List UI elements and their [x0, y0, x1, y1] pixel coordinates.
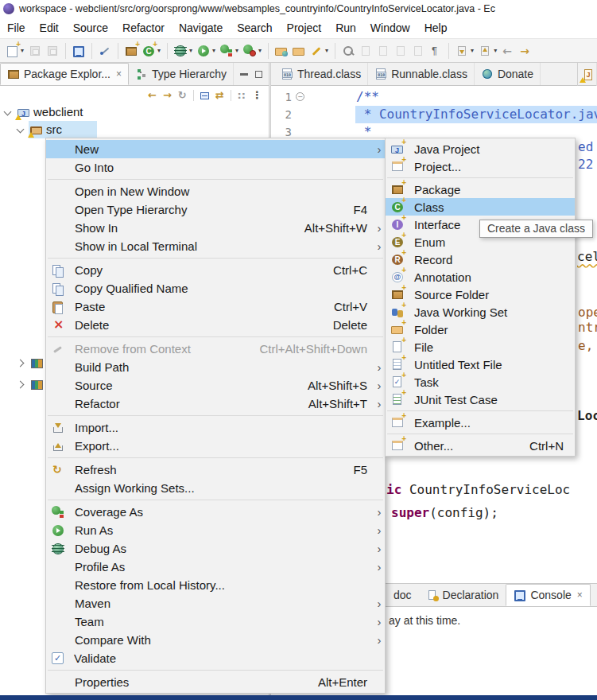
tab-partial-java-file[interactable]	[577, 63, 597, 86]
tab-thread-class[interactable]: Thread.class	[274, 63, 368, 85]
menu-item-label: Profile As	[75, 560, 125, 574]
menu-item-debug-as[interactable]: Debug As›	[46, 539, 385, 558]
forward-icon: →	[163, 89, 172, 102]
tree-item-webclient[interactable]: webclient	[0, 103, 269, 121]
menu-item-refactor[interactable]: RefactorAlt+Shift+T›	[46, 395, 385, 413]
menu-item-show-in-local-terminal[interactable]: Show in Local Terminal›	[46, 237, 385, 255]
collapse-all-button[interactable]	[200, 92, 209, 99]
menu-item-package[interactable]: Package	[386, 181, 575, 198]
menu-separator	[48, 670, 383, 671]
menu-item-project[interactable]: Project...	[386, 158, 575, 175]
tab-runnable-class[interactable]: Runnable.class	[368, 63, 475, 85]
menu-item-build-path[interactable]: Build Path›	[46, 358, 385, 376]
menu-item-run-as[interactable]: Run As›	[46, 521, 385, 539]
declaration-icon	[426, 589, 439, 601]
menu-shortcut: Ctrl+C	[333, 263, 367, 277]
menu-item-folder[interactable]: Folder	[386, 321, 575, 338]
menu-item-copy[interactable]: CopyCtrl+C	[46, 261, 385, 279]
menu-item-coverage-as[interactable]: Coverage As›	[46, 503, 385, 521]
chevron-right-icon[interactable]	[17, 360, 25, 368]
untitled-text-file-icon	[391, 358, 404, 371]
back-button[interactable]: ←	[148, 89, 157, 102]
tab-declaration[interactable]: Declaration	[419, 584, 506, 606]
code-fragment: super(config);	[391, 505, 498, 521]
tree-item-src[interactable]: src	[0, 121, 269, 138]
menu-item-new[interactable]: New›	[46, 140, 385, 158]
code-fragment: Loc	[577, 408, 597, 424]
menu-item-class[interactable]: Class	[386, 198, 575, 216]
tab-console[interactable]: Console×	[506, 584, 590, 606]
menu-item-other[interactable]: Other...Ctrl+N	[386, 437, 575, 454]
no-icon	[52, 361, 64, 374]
menu-item-team[interactable]: Team›	[46, 612, 385, 631]
maximize-icon[interactable]	[255, 71, 262, 78]
menu-item-example[interactable]: Example...	[386, 414, 575, 431]
menu-item-file[interactable]: File	[386, 338, 575, 356]
fold-collapse-icon[interactable]: −	[296, 92, 304, 101]
tab-package-explor[interactable]: Package Explor...×	[0, 63, 129, 85]
menu-item-open-type-hierarchy[interactable]: Open Type HierarchyF4	[46, 200, 385, 219]
chevron-down-icon[interactable]	[17, 126, 25, 134]
chevron-right-icon[interactable]	[17, 381, 25, 389]
focus-button[interactable]: ::	[238, 89, 246, 102]
menu-item-restore-from-local-history[interactable]: Restore from Local History...	[46, 576, 385, 594]
new-submenu: Java ProjectProject...PackageClassInterf…	[385, 138, 576, 457]
menu-item-properties[interactable]: PropertiesAlt+Enter	[46, 673, 385, 691]
menu-item-copy-qualified-name[interactable]: Copy Qualified Name	[46, 279, 385, 298]
menu-item-assign-working-sets[interactable]: Assign Working Sets...	[46, 479, 385, 497]
code-token: CountryInfoServiceLoc	[409, 482, 570, 497]
menu-item-validate[interactable]: ✓Validate	[46, 649, 385, 667]
record-icon	[391, 253, 404, 266]
menu-item-go-into[interactable]: Go Into	[46, 158, 385, 177]
refresh-button[interactable]: ↻	[178, 89, 187, 102]
menu-item-remove-from-context[interactable]: Remove from ContextCtrl+Alt+Shift+Down	[46, 340, 385, 358]
close-icon[interactable]: ×	[116, 68, 122, 80]
code-token: Loc	[577, 408, 597, 423]
close-icon[interactable]: ×	[577, 589, 583, 601]
menu-item-java-working-set[interactable]: Java Working Set	[386, 303, 575, 321]
menu-item-label: Interface	[414, 218, 460, 231]
menu-item-label: Class	[414, 200, 444, 214]
menu-item-profile-as[interactable]: Profile As›	[46, 558, 385, 576]
menu-item-paste[interactable]: PasteCtrl+V	[46, 298, 385, 316]
menu-item-annotation[interactable]: Annotation	[386, 268, 575, 286]
view-menu-button[interactable]: ⋮	[252, 89, 262, 102]
menu-separator	[387, 434, 573, 434]
menu-item-delete[interactable]: DeleteDelete	[46, 316, 385, 334]
menu-item-label: Other...	[414, 439, 453, 453]
tab-doc[interactable]: doc	[386, 584, 419, 606]
menu-shortcut: Alt+Shift+S	[308, 379, 367, 392]
menu-item-source-folder[interactable]: Source Folder	[386, 286, 575, 303]
menu-item-label: Coverage As	[75, 505, 143, 519]
menu-item-junit-test-case[interactable]: JUnit Test Case	[386, 391, 575, 408]
menu-item-compare-with[interactable]: Compare With›	[46, 631, 385, 649]
project-icon	[391, 160, 404, 173]
menu-shortcut: Ctrl+N	[529, 439, 564, 453]
code-token: * CountryInfoServiceLocator.java	[356, 107, 597, 122]
java-working-set-icon	[391, 305, 404, 318]
tab-type-hierarchy[interactable]: Type Hierarchy	[129, 63, 234, 85]
menu-item-record[interactable]: Record	[386, 251, 575, 268]
tab-donate[interactable]: Donate	[475, 63, 541, 85]
source-folder-icon	[30, 123, 43, 136]
menu-item-show-in[interactable]: Show InAlt+Shift+W›	[46, 219, 385, 237]
menu-item-open-in-new-window[interactable]: Open in New Window	[46, 182, 385, 200]
menu-item-label: Validate	[74, 651, 116, 665]
link-with-editor-button[interactable]: ⇄	[215, 89, 224, 102]
menu-item-label: Go Into	[75, 161, 114, 174]
menu-item-import[interactable]: Import...	[46, 418, 385, 437]
minimize-icon[interactable]	[240, 73, 248, 76]
tab-item[interactable]	[591, 584, 597, 606]
menu-item-refresh[interactable]: RefreshF5	[46, 461, 385, 479]
forward-button[interactable]: →	[163, 89, 172, 102]
menu-item-java-project[interactable]: Java Project	[386, 140, 575, 158]
chevron-down-icon[interactable]	[4, 108, 12, 116]
menu-item-export[interactable]: Export...	[46, 437, 385, 455]
menu-item-source[interactable]: SourceAlt+Shift+S›	[46, 376, 385, 395]
menu-item-task[interactable]: Task	[386, 373, 575, 391]
menu-item-untitled-text-file[interactable]: Untitled Text File	[386, 356, 575, 373]
no-icon	[52, 616, 64, 628]
menu-item-maven[interactable]: Maven›	[46, 594, 385, 612]
menu-item-label: Refactor	[75, 397, 120, 410]
tree-label: webclient	[33, 105, 83, 119]
